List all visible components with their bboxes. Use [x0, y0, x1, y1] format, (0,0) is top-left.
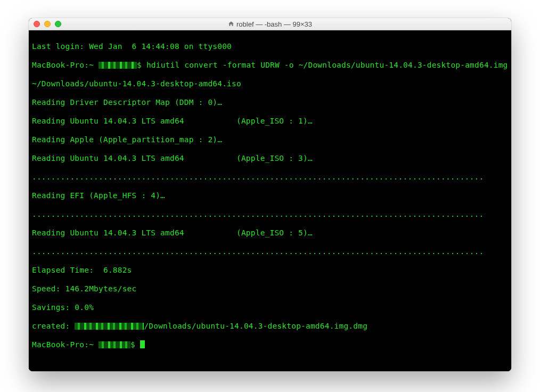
prompt-host-2: MacBook-Pro:~	[32, 340, 99, 349]
line-read-3: Reading Apple (Apple_partition_map : 2)…	[32, 135, 508, 145]
line-read-4: Reading Ubuntu 14.04.3 LTS amd64 (Apple_…	[32, 154, 508, 164]
close-icon[interactable]	[34, 21, 40, 27]
created-label: created:	[32, 322, 75, 330]
line-read-2: Reading Ubuntu 14.04.3 LTS amd64 (Apple_…	[32, 117, 508, 126]
line-cmd-cont: ~/Downloads/ubuntu-14.04.3-desktop-amd64…	[32, 79, 508, 89]
line-read-1: Reading Driver Descriptor Map (DDM : 0)…	[32, 98, 508, 108]
line-savings: Savings: 0.0%	[32, 303, 508, 313]
terminal-window: roblef — -bash — 99×33 Last login: Wed J…	[29, 18, 511, 371]
line-dots-2: ........................................…	[32, 210, 508, 219]
line-read-5: Reading EFI (Apple_HFS : 4)…	[32, 191, 508, 201]
prompt-host: MacBook-Pro:~	[32, 61, 99, 69]
line-elapsed: Elapsed Time: 6.882s	[32, 266, 508, 275]
minimize-icon[interactable]	[44, 21, 51, 27]
created-path: /Downloads/ubuntu-14.04.3-desktop-amd64.…	[144, 322, 367, 330]
line-prompt-2: MacBook-Pro:~ $	[32, 340, 508, 350]
redacted-user-2	[99, 341, 130, 348]
command-text: $ hdiutil convert -format UDRW -o ~/Down…	[137, 61, 511, 69]
home-icon	[228, 21, 234, 27]
line-speed: Speed: 146.2Mbytes/sec	[32, 284, 508, 294]
window-controls	[29, 21, 61, 27]
cursor-icon	[140, 340, 145, 348]
line-prompt-1: MacBook-Pro:~ $ hdiutil convert -format …	[32, 61, 508, 70]
line-last-login: Last login: Wed Jan 6 14:44:08 on ttys00…	[32, 42, 508, 52]
line-dots-1: ........................................…	[32, 173, 508, 182]
zoom-icon[interactable]	[55, 21, 61, 27]
line-created: created: /Downloads/ubuntu-14.04.3-deskt…	[32, 322, 508, 331]
redacted-path	[75, 323, 144, 330]
line-dots-3: ........................................…	[32, 247, 508, 257]
window-title-text: roblef — -bash — 99×33	[236, 20, 312, 28]
window-title: roblef — -bash — 99×33	[29, 20, 511, 28]
prompt-dollar: $	[130, 340, 140, 349]
redacted-user	[99, 62, 137, 69]
terminal-area[interactable]: Last login: Wed Jan 6 14:44:08 on ttys00…	[29, 30, 511, 371]
titlebar[interactable]: roblef — -bash — 99×33	[29, 18, 511, 30]
line-read-6: Reading Ubuntu 14.04.3 LTS amd64 (Apple_…	[32, 228, 508, 238]
